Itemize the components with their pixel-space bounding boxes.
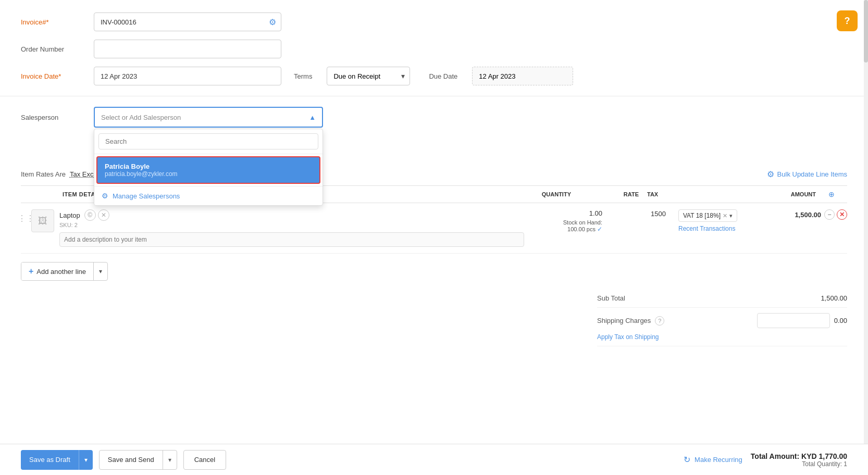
footer-right: ↻ Make Recurring Total Amount: KYD 1,770… [684,452,847,468]
invoice-number-row: Invoice#* ⚙ [21,12,847,31]
bulk-update-label: Bulk Update Line Items [777,170,847,178]
shipping-row: Shipping Charges ? 0.00 Apply Tax on Shi… [597,308,847,346]
salesperson-trigger[interactable]: Select or Add Salesperson ▲ [94,107,323,128]
form-area: Invoice#* ⚙ Order Number Invoice Date* T… [0,0,868,85]
add-line-dropdown-arrow[interactable]: ▾ [94,264,107,279]
save-send-dropdown-icon[interactable]: ▾ [163,451,177,469]
column-settings-icon[interactable]: ⊕ [828,190,835,198]
order-number-input[interactable] [94,40,281,58]
item-description-input[interactable] [59,232,524,247]
row-rate-cell: 1500 [602,209,670,218]
table-row: ⋮⋮ 🖼 Laptop © ✕ SKU: 2 [21,203,847,254]
subtotal-value: 1,500.00 [821,294,847,302]
cancel-button[interactable]: Cancel [183,450,226,470]
tax-value: VAT 18 [18%] [683,212,721,219]
invoice-date-row: Invoice Date* Terms Due on Receipt Net 1… [21,67,847,85]
invoice-date-input[interactable] [94,67,281,85]
salesperson-row: Salesperson Select or Add Salesperson ▲ … [21,107,847,128]
col-tax-header: TAX [639,191,733,197]
terms-select-wrap: Due on Receipt Net 15 Net 30 ▾ [327,67,410,85]
amount-close-icon[interactable]: ✕ [837,209,847,220]
save-send-button[interactable]: Save and Send ▾ [99,450,177,470]
rate-value[interactable]: 1500 [651,210,666,218]
bulk-update-link[interactable]: ⚙ Bulk Update Line Items [767,169,847,179]
col-quantity-header: QUANTITY [493,191,571,197]
terms-row: Terms Due on Receipt Net 15 Net 30 ▾ Due… [294,67,573,85]
item-copy-icon[interactable]: © [84,209,96,221]
tax-remove-icon[interactable]: ✕ [723,213,727,219]
recent-transactions-link[interactable]: Recent Transactions [678,225,764,232]
item-action-icons: © ✕ [84,209,109,221]
footer-bar: Save as Draft ▾ Save and Send ▾ Cancel ↻… [0,444,868,475]
apply-tax-link[interactable]: Apply Tax on Shipping [597,333,659,341]
terms-select[interactable]: Due on Receipt Net 15 Net 30 [327,67,410,85]
total-qty: Total Quantity: 1 [751,460,847,468]
item-sku: SKU: 2 [59,222,524,228]
order-number-row: Order Number [21,40,847,58]
totals-section: Sub Total 1,500.00 Shipping Charges ? 0.… [0,289,868,388]
add-line-label: Add another line [36,268,86,276]
manage-salespersons-item[interactable]: ⚙ Manage Salespersons [94,186,323,205]
shipping-label-row: Shipping Charges ? [597,316,664,326]
item-details: Laptop © ✕ SKU: 2 [59,209,524,247]
salesperson-dropdown-panel: Patricia Boyle patricia.boyle@zykler.com… [94,129,323,206]
help-button-label: ? [845,16,850,27]
subtotal-row: Sub Total 1,500.00 [597,289,847,308]
salesperson-dropdown-wrap: Select or Add Salesperson ▲ Patricia Boy… [94,107,323,128]
stock-check-icon: ✓ [597,226,602,233]
row-quantity-cell: 1.00 Stock on Hand: 100.00 pcs ✓ [524,209,602,233]
item-image-placeholder-icon: 🖼 [38,216,47,227]
bulk-update-icon: ⚙ [767,169,774,179]
salesperson-option-patricia[interactable]: Patricia Boyle patricia.boyle@zykler.com [96,156,320,184]
row-tax-cell: VAT 18 [18%] ✕ ▾ Recent Transactions [670,209,764,232]
stock-info: Stock on Hand: 100.00 pcs ✓ [524,219,602,233]
item-name-row: Laptop © ✕ [59,209,524,221]
stock-quantity: 100.00 pcs [567,226,596,232]
row-amount-cell: 1,500.00 − ✕ [764,209,847,220]
shipping-amount: 0.00 [834,317,847,324]
add-line-plus-icon: + [29,267,33,276]
scrollbar-thumb[interactable] [864,0,868,63]
salesperson-search-input[interactable] [98,133,318,149]
make-recurring-button[interactable]: ↻ Make Recurring [684,455,742,465]
invoice-gear-icon[interactable]: ⚙ [269,17,276,27]
totals-table: Sub Total 1,500.00 Shipping Charges ? 0.… [597,289,847,346]
save-draft-button[interactable]: Save as Draft ▾ [21,450,93,470]
qty-value[interactable]: 1.00 [524,209,602,217]
invoice-date-label: Invoice Date* [21,72,94,80]
footer-left: Save as Draft ▾ Save and Send ▾ Cancel [21,450,226,470]
save-draft-dropdown-icon[interactable]: ▾ [79,450,93,470]
row-amount-icons: − ✕ [824,209,847,220]
save-draft-label: Save as Draft [21,450,79,470]
due-date-label: Due Date [429,72,457,80]
salesperson-chevron-up-icon: ▲ [309,114,316,121]
invoice-number-label: Invoice#* [21,18,94,26]
scrollbar-track[interactable] [864,0,868,475]
help-button[interactable]: ? [837,10,858,31]
add-line-button[interactable]: + Add another line ▾ [21,262,108,281]
terms-label: Terms [294,72,312,80]
subtotal-label: Sub Total [597,294,625,302]
page-wrapper: ? Invoice#* ⚙ Order Number Invoice Date*… [0,0,868,475]
item-name-text[interactable]: Laptop [59,211,80,219]
total-amount: Total Amount: KYD 1,770.00 [751,452,847,460]
amount-minus-icon[interactable]: − [824,209,835,220]
invoice-number-input[interactable] [94,12,281,31]
item-image: 🖼 [31,209,54,232]
make-recurring-label: Make Recurring [695,456,742,464]
tax-chevron-icon[interactable]: ▾ [729,213,733,219]
item-rates-label: Item Rates Are [21,170,66,178]
shipping-help-icon[interactable]: ? [655,316,664,326]
manage-salespersons-gear-icon: ⚙ [102,192,108,200]
row-drag-handle[interactable]: ⋮⋮ [21,209,31,223]
shipping-input[interactable] [757,313,830,328]
order-number-label: Order Number [21,45,94,53]
row-item-cell: 🖼 Laptop © ✕ SKU: 2 [31,209,524,247]
tax-badge: VAT 18 [18%] ✕ ▾ [678,209,737,222]
add-line-main[interactable]: + Add another line [21,262,94,280]
stock-label: Stock on Hand: [563,219,602,226]
due-date-input[interactable] [472,67,573,85]
item-close-icon[interactable]: ✕ [98,209,109,221]
col-actions-header: ⊕ [816,190,847,198]
save-send-label: Save and Send [100,451,163,469]
